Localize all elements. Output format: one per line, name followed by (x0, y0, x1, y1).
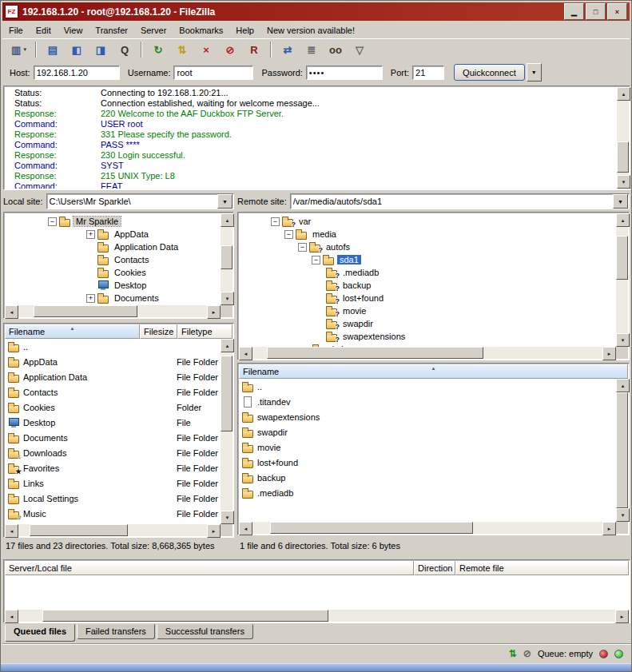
tree-row[interactable]: − Mr Sparkle (5, 215, 220, 228)
tree-row[interactable]: − ? var (239, 215, 615, 228)
file-row[interactable]: lost+found (239, 455, 615, 470)
file-row[interactable]: .. (5, 339, 220, 354)
column-header-filesize[interactable]: Filesize (140, 324, 177, 339)
close-button[interactable]: × (607, 3, 627, 20)
file-row[interactable]: ♪ Music File Folder (5, 506, 220, 521)
log-vertical-scrollbar[interactable]: ▲ ▼ (617, 87, 629, 189)
scroll-up-button[interactable]: ▲ (616, 379, 630, 392)
speed-limit-icon[interactable]: ⊘ (523, 648, 531, 659)
disconnect-icon[interactable]: ⊘ (218, 40, 242, 59)
file-row[interactable]: swapdir (239, 424, 615, 439)
scroll-up-button[interactable]: ▲ (221, 339, 234, 352)
scroll-up-button[interactable]: ▲ (221, 213, 234, 227)
menu-item-view[interactable]: View (58, 23, 89, 38)
scroll-down-button[interactable]: ▼ (616, 508, 630, 522)
scrollbar-track[interactable] (616, 227, 628, 333)
tree-row[interactable]: ? backup (239, 279, 615, 292)
file-row[interactable]: swapextensions (239, 409, 615, 424)
menu-item-transfer[interactable]: Transfer (89, 23, 134, 38)
column-header-filename[interactable]: ▲ Filename (5, 324, 140, 339)
tree-row[interactable]: ? movie (239, 304, 615, 317)
scroll-left-button[interactable]: ◄ (239, 347, 252, 360)
menu-item-edit[interactable]: Edit (30, 23, 58, 38)
file-row[interactable]: .titandev (239, 394, 615, 409)
scroll-left-button[interactable]: ◄ (5, 305, 18, 319)
scroll-down-button[interactable]: ▼ (616, 333, 630, 347)
file-row[interactable]: Documents File Folder (5, 430, 220, 445)
expander-icon[interactable]: − (298, 243, 307, 252)
toggle-local-tree-icon[interactable]: ◧ (65, 40, 89, 59)
file-row[interactable]: Local Settings File Folder (5, 491, 220, 506)
scrollbar-track[interactable] (18, 524, 207, 536)
scroll-down-button[interactable]: ▼ (617, 175, 630, 189)
scroll-right-button[interactable]: ► (615, 610, 629, 623)
local-tree-horizontal-scrollbar[interactable]: ◄ ► (5, 305, 221, 317)
file-row[interactable]: Cookies Folder (5, 400, 220, 415)
remote-list-horizontal-scrollbar[interactable]: ◄ ► (239, 522, 616, 534)
remote-site-dropdown-button[interactable]: ▼ (613, 194, 628, 209)
scrollbar-track[interactable] (617, 101, 629, 175)
column-header-filetype[interactable]: Filetype (177, 324, 233, 339)
scroll-right-button[interactable]: ► (602, 347, 616, 360)
menu-item-server[interactable]: Server (134, 23, 173, 38)
remote-tree-horizontal-scrollbar[interactable]: ◄ ► (239, 347, 616, 359)
file-row[interactable]: Links File Folder (5, 475, 220, 491)
tab-queued-files[interactable]: Queued files (5, 624, 75, 642)
scroll-right-button[interactable]: ► (602, 522, 616, 535)
expander-icon[interactable]: − (312, 256, 320, 264)
queue-horizontal-scrollbar[interactable]: ◄ ► (5, 610, 629, 622)
scroll-left-button[interactable]: ◄ (5, 524, 18, 538)
tree-row[interactable]: ? lost+found (239, 292, 615, 304)
quickconnect-button[interactable]: Quickconnect (454, 64, 525, 81)
scrollbar-track[interactable] (221, 352, 233, 511)
file-row[interactable]: Desktop File (5, 415, 220, 430)
scroll-up-button[interactable]: ▲ (616, 213, 630, 227)
scrollbar-thumb[interactable] (267, 347, 484, 359)
filter-icon[interactable]: ▽ (348, 40, 372, 59)
tab-successful-transfers[interactable]: Successful transfers (157, 624, 253, 639)
column-header-filename[interactable]: ▲ Filename (239, 364, 628, 379)
local-site-dropdown-button[interactable]: ▼ (217, 194, 233, 209)
expander-icon[interactable]: + (86, 230, 95, 239)
tree-row[interactable]: − sda1 (239, 253, 615, 266)
scrollbar-thumb[interactable] (221, 356, 233, 431)
scroll-left-button[interactable]: ◄ (5, 610, 18, 623)
scrollbar-track[interactable] (18, 610, 615, 622)
file-row[interactable]: Application Data File Folder (5, 369, 220, 384)
transfer-arrows-icon[interactable]: ⇅ (509, 648, 517, 659)
process-queue-icon[interactable]: ⇅ (170, 40, 194, 59)
port-input[interactable] (412, 66, 444, 80)
scroll-down-button[interactable]: ▼ (221, 511, 234, 524)
file-row[interactable]: Contacts File Folder (5, 384, 220, 400)
expander-icon[interactable]: − (271, 217, 280, 226)
tree-row[interactable]: + AppData (5, 228, 220, 241)
tree-row[interactable]: Desktop (5, 279, 220, 292)
file-row[interactable]: ↓ Downloads File Folder (5, 445, 220, 460)
window-titlebar[interactable]: FZ 192.168.1.20 - root@192.168.1.20 - Fi… (2, 2, 630, 21)
scrollbar-thumb[interactable] (616, 392, 628, 508)
directory-comparison-icon[interactable]: ≣ (300, 40, 324, 59)
tree-row[interactable]: − ? autofs (239, 241, 615, 253)
cancel-icon[interactable]: × (194, 40, 218, 59)
tree-row[interactable]: + Documents (5, 292, 220, 304)
tree-row[interactable]: ? swapextensions (239, 330, 615, 343)
scroll-up-button[interactable]: ▲ (617, 87, 630, 101)
toggle-remote-tree-icon[interactable]: ◨ (89, 40, 113, 59)
expander-icon[interactable]: + (86, 294, 95, 303)
site-manager-icon[interactable]: ▥ ▼ (7, 40, 31, 59)
menu-item-help[interactable]: Help (229, 23, 260, 38)
menu-item-bookmarks[interactable]: Bookmarks (173, 23, 229, 38)
expander-icon[interactable]: − (284, 230, 293, 239)
scroll-right-button[interactable]: ► (207, 305, 221, 319)
scrollbar-thumb[interactable] (30, 524, 128, 536)
file-row[interactable]: backup (239, 470, 615, 485)
column-header-server-local-file[interactable]: Server/Local file (5, 561, 414, 575)
password-input[interactable] (306, 66, 383, 80)
username-input[interactable] (173, 66, 253, 80)
local-site-combo[interactable]: C:\Users\Mr Sparkle\ ▼ (46, 193, 234, 209)
menu-item-new-version[interactable]: New version available! (260, 23, 361, 38)
host-input[interactable] (34, 66, 120, 80)
scrollbar-track[interactable] (18, 305, 207, 317)
scrollbar-thumb[interactable] (270, 522, 473, 534)
scrollbar-thumb[interactable] (617, 141, 629, 173)
